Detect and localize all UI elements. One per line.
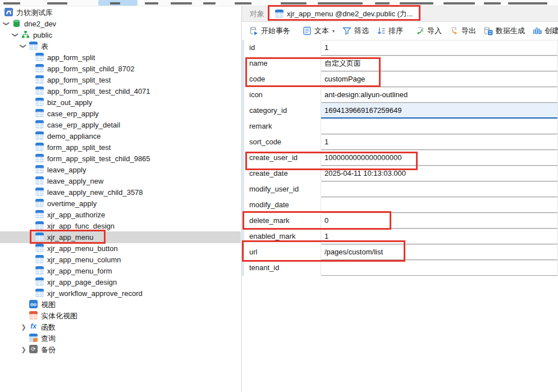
tree-item-力软测试库[interactable]: 力软测试库 [0, 7, 241, 19]
table-icon [35, 188, 44, 196]
tree-item-leave_apply_new_child_3578[interactable]: leave_apply_new_child_3578 [0, 186, 241, 198]
chevron-down-icon[interactable]: ❯ [12, 31, 20, 38]
sort-icon [377, 26, 386, 35]
tree-item-查询[interactable]: 查询 [0, 332, 241, 344]
tree-item-备份[interactable]: ❯⟳备份 [0, 344, 241, 355]
tree-item-xjr_app_menu[interactable]: xjr_app_menu [0, 231, 241, 243]
chevron-right-icon[interactable]: ❯ [20, 323, 27, 331]
tree-item-app_form_split[interactable]: app_form_split [0, 52, 241, 63]
tree-item-form_app_split_test[interactable]: form_app_split_test [0, 142, 241, 153]
table-icon [35, 255, 44, 263]
toolbar-button-filter[interactable]: 筛选 [339, 24, 373, 38]
field-value-modify_date[interactable] [321, 197, 558, 213]
toolbar-button-data-generation[interactable]: 数据生成 [480, 24, 529, 38]
field-label-category_id: category_id [242, 103, 321, 118]
tree-item-public[interactable]: ❯public [0, 29, 241, 41]
tree-item-case_erp_apply[interactable]: case_erp_apply [0, 108, 241, 120]
tree-item-app_form_split_test_child_4071[interactable]: app_form_split_test_child_4071 [0, 85, 241, 97]
tree-item-label: xjr_workflow_approve_record [47, 288, 143, 299]
toolbar-button-begin-transaction[interactable]: 开始事务 [245, 24, 294, 38]
chevron-down-icon[interactable]: ❯ [3, 20, 11, 27]
tree-item-xjr_app_menu_form[interactable]: xjr_app_menu_form [0, 265, 241, 277]
tree-item-label: public [33, 29, 52, 41]
field-value-tenant_id[interactable] [321, 260, 558, 276]
field-value-enabled_mark[interactable]: 1 [321, 229, 558, 244]
tree-item-case_erp_apply_detail[interactable]: case_erp_apply_detail [0, 119, 241, 131]
tree-item-label: xjr_app_menu_form [47, 265, 112, 277]
clipped-toolbar-text-fragment [145, 2, 158, 4]
table-icon [35, 210, 44, 218]
field-label-create_user_id: create_user_id [242, 150, 321, 166]
chevron-right-icon[interactable]: ❯ [20, 345, 27, 353]
toolbar-button-create-chart[interactable]: 创建图表 [529, 24, 558, 38]
tree-item-app_form_split_child_8702[interactable]: app_form_split_child_8702 [0, 63, 241, 75]
dropdown-caret-icon[interactable]: ▾ [332, 29, 335, 34]
tree-item-xjr_app_menu_button[interactable]: xjr_app_menu_button [0, 243, 241, 254]
begin-transaction-icon [249, 26, 258, 35]
clipped-toolbar-text-fragment [484, 2, 501, 4]
field-row-sort_code: sort_code1 [242, 134, 558, 150]
field-row-icon: iconant-design:aliyun-outlined [242, 87, 558, 103]
clipped-toolbar-text-fragment [281, 2, 307, 4]
tree-item-app_form_split_test[interactable]: app_form_split_test [0, 74, 241, 86]
connection-tree-panel: 力软测试库❯dne2_dev❯public❯表app_form_splitapp… [0, 6, 241, 392]
tree-item-xjr_app_page_design[interactable]: xjr_app_page_design [0, 276, 241, 288]
toolbar-button-text-view[interactable]: 文本▾ [299, 24, 339, 38]
field-label-delete_mark: delete_mark [242, 213, 321, 229]
field-value-create_user_id[interactable]: 1000000000000000000 [321, 150, 558, 166]
toolbar-button-label: 文本 [314, 26, 329, 36]
tree-item-label: app_form_split_child_8702 [47, 63, 134, 75]
tree-item-函数[interactable]: ❯fx函数 [0, 321, 241, 333]
tree-item-label: biz_out_apply [47, 97, 92, 108]
clipped-toolbar-text-fragment [203, 2, 216, 4]
tree-item-dne2_dev[interactable]: ❯dne2_dev [0, 18, 241, 30]
field-value-category_id[interactable]: 1694139669167259649 [321, 103, 558, 118]
field-value-url[interactable]: /pages/custom/list [321, 244, 558, 260]
field-label-enabled_mark: enabled_mark [242, 229, 321, 244]
tree-item-leave_apply_new[interactable]: leave_apply_new [0, 175, 241, 187]
clipped-toolbar-text-fragment [47, 2, 67, 4]
tree-item-form_app_split_test_child_9865[interactable]: form_app_split_test_child_9865 [0, 153, 241, 165]
tree-item-label: overtime_apply [47, 198, 97, 209]
field-value-modify_user_id[interactable] [321, 181, 558, 197]
toolbar-button-label: 排序 [388, 26, 403, 36]
tree-item-xjr_app_authorize[interactable]: xjr_app_authorize [0, 209, 241, 221]
field-value-icon[interactable]: ant-design:aliyun-outlined [321, 87, 558, 103]
field-value-code[interactable]: customPage [321, 71, 558, 87]
tree-item-label: 表 [41, 40, 48, 52]
tab-xjr-app-menu[interactable]: xjr_app_menu @dne2_dev.public (力... [269, 6, 419, 21]
tree-item-label: xjr_app_authorize [47, 209, 105, 221]
record-form-grid: id1name自定义页面codecustomPageiconant-design… [242, 40, 558, 276]
toolbar-button-export[interactable]: 导出 [446, 24, 480, 38]
field-value-create_date[interactable]: 2025-04-11 10:13:03.000 [321, 166, 558, 181]
tree-item-leave_apply[interactable]: leave_apply [0, 164, 241, 176]
tree-item-实体化视图[interactable]: 实体化视图 [0, 310, 241, 322]
field-value-sort_code[interactable]: 1 [321, 134, 558, 150]
table-data-panel: 对象 xjr_app_menu @dne2_dev.public (力... 开… [241, 6, 558, 392]
tree-item-biz_out_apply[interactable]: biz_out_apply [0, 97, 241, 108]
field-value-id[interactable]: 1 [321, 40, 558, 56]
tree-item-xjr_app_func_design[interactable]: xjr_app_func_design [0, 220, 241, 232]
toolbar-button-sort[interactable]: 排序 [373, 24, 407, 38]
toolbar-button-import[interactable]: 导入 [411, 24, 446, 38]
clipped-toolbar-text-fragment [508, 2, 547, 4]
field-value-delete_mark[interactable]: 0 [321, 213, 558, 229]
chevron-down-icon[interactable]: ❯ [20, 43, 28, 49]
table-icon [35, 64, 44, 72]
tree-item-表[interactable]: ❯表 [0, 40, 241, 52]
tree-item-视图[interactable]: oo视图 [0, 299, 241, 311]
toolbar-button-label: 数据生成 [496, 26, 525, 36]
tree-item-label: leave_apply_new_child_3578 [47, 186, 143, 198]
field-value-name[interactable]: 自定义页面 [321, 56, 558, 71]
toolbar-button-label: 筛选 [354, 26, 369, 36]
tree-item-xjr_workflow_approve_record[interactable]: xjr_workflow_approve_record [0, 288, 241, 299]
tab-objects[interactable]: 对象 [242, 6, 272, 21]
table-icon [35, 120, 44, 129]
tree-item-xjr_app_menu_column[interactable]: xjr_app_menu_column [0, 254, 241, 266]
tree-item-demo_appliance[interactable]: demo_appliance [0, 130, 241, 142]
table-icon [275, 10, 283, 18]
field-row-remark: remark [242, 118, 558, 134]
data-generation-icon [484, 26, 493, 35]
tree-item-overtime_apply[interactable]: overtime_apply [0, 198, 241, 209]
field-value-remark[interactable] [321, 118, 558, 134]
